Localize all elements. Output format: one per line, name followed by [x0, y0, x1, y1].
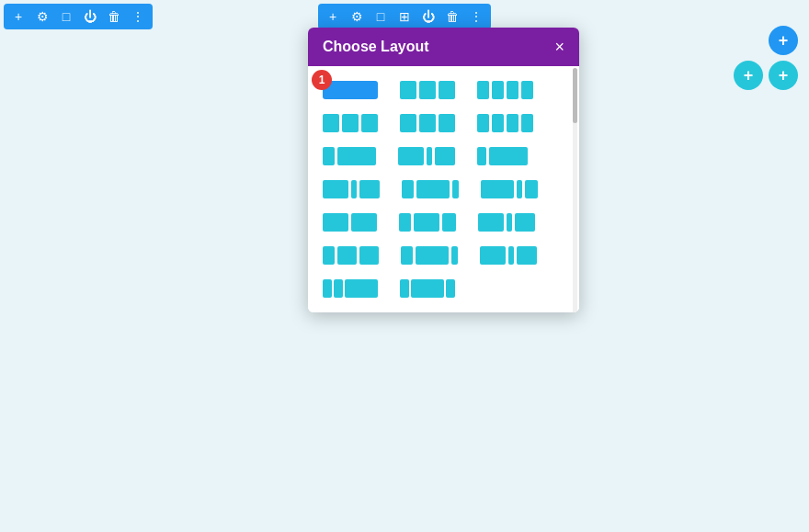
more-icon[interactable]: ⋮	[129, 7, 147, 26]
layout-option-r4b[interactable]	[398, 176, 462, 202]
layout-option-4col-b[interactable]	[473, 110, 537, 136]
layout-row-3	[319, 143, 568, 169]
layout-center-icon[interactable]: □	[371, 7, 390, 26]
layout-row-5	[319, 209, 568, 235]
add-sub2-button[interactable]: +	[769, 61, 798, 90]
power-center-icon[interactable]: ⏻	[419, 7, 438, 26]
settings-center-icon[interactable]: ⚙	[348, 7, 366, 26]
layout-option-r4a[interactable]	[319, 176, 383, 202]
choose-layout-modal: Choose Layout × 1	[308, 28, 579, 312]
right-controls: + + +	[734, 26, 798, 90]
toolbar-center: + ⚙ □ ⊞ ⏻ 🗑 ⋮	[318, 4, 491, 29]
layout-row-1: 1	[319, 77, 568, 103]
delete-center-icon[interactable]: 🗑	[443, 7, 461, 26]
layout-option-r7a[interactable]	[319, 276, 382, 301]
add-center-icon[interactable]: +	[324, 7, 342, 26]
modal-close-button[interactable]: ×	[554, 39, 564, 55]
right-sub-buttons: + +	[734, 61, 798, 90]
layout-option-r6b[interactable]	[397, 243, 461, 268]
scrollbar-track	[573, 68, 577, 312]
layout-option-r4c[interactable]	[477, 176, 541, 202]
layout-option-wide-narrow[interactable]	[319, 143, 380, 169]
modal-body: 1	[308, 66, 579, 312]
layout-row-6	[319, 243, 568, 268]
layout-row-4	[319, 176, 568, 202]
more-center-icon[interactable]: ⋮	[467, 7, 485, 26]
modal-title: Choose Layout	[323, 39, 429, 55]
layout-row-2	[319, 110, 568, 136]
scrollbar-thumb	[573, 68, 577, 123]
layout-row-7	[319, 276, 568, 301]
modal-header: Choose Layout ×	[308, 28, 579, 66]
layout-option-r6c[interactable]	[476, 243, 541, 268]
add-sub1-button[interactable]: +	[734, 61, 763, 90]
layout-option-4col-a[interactable]	[473, 77, 537, 103]
layout-option-r5c[interactable]	[474, 209, 539, 235]
add-icon[interactable]: +	[9, 7, 28, 26]
layout-option-r7b[interactable]	[396, 276, 459, 301]
settings-icon[interactable]: ⚙	[33, 7, 51, 26]
layout-option-narrow-wide[interactable]	[394, 143, 459, 169]
layout-option-r6a[interactable]	[319, 243, 382, 268]
layout-icon[interactable]: □	[57, 7, 75, 26]
layout-option-3col-c[interactable]	[396, 110, 459, 136]
layout-option-r5a[interactable]	[319, 209, 381, 235]
layout-option-3col-a[interactable]	[396, 77, 459, 103]
power-icon[interactable]: ⏻	[81, 7, 99, 26]
selected-badge: 1	[312, 70, 332, 90]
layout-option-r5b[interactable]	[395, 209, 460, 235]
delete-icon[interactable]: 🗑	[105, 7, 123, 26]
layout-option-1col[interactable]: 1	[319, 77, 382, 103]
grid-center-icon[interactable]: ⊞	[395, 7, 414, 26]
toolbar-left: + ⚙ □ ⏻ 🗑 ⋮	[4, 4, 153, 29]
add-right-button[interactable]: +	[769, 26, 798, 55]
layout-option-3col-b[interactable]	[319, 110, 382, 136]
layout-option-wide-wide[interactable]	[473, 143, 531, 169]
